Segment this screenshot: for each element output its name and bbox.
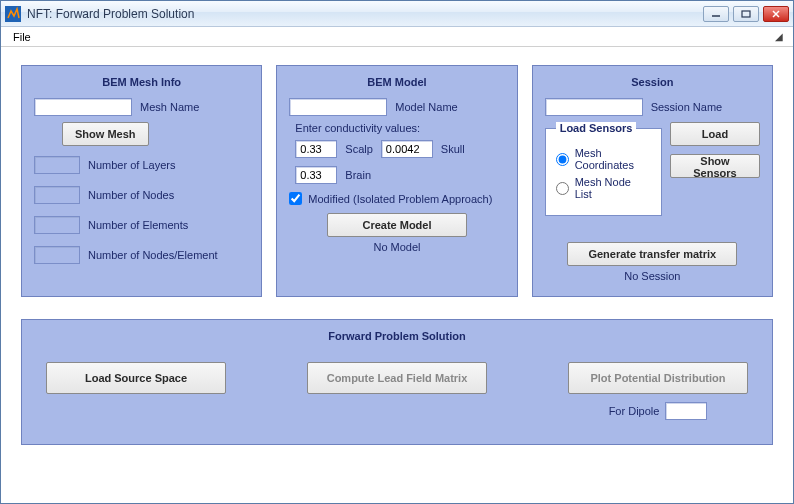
model-panel: BEM Model Model Name Enter conductivity … [276, 65, 517, 297]
matlab-icon [5, 6, 21, 22]
scalp-input[interactable] [295, 140, 337, 158]
load-source-space-button[interactable]: Load Source Space [46, 362, 226, 394]
compute-lfm-button[interactable]: Compute Lead Field Matrix [307, 362, 487, 394]
session-panel: Session Session Name Load Sensors Mesh C… [532, 65, 773, 297]
model-panel-title: BEM Model [289, 74, 504, 98]
num-nodes-field [34, 186, 80, 204]
skull-input[interactable] [381, 140, 433, 158]
enter-cond-label: Enter conductivity values: [295, 122, 504, 134]
mesh-name-input[interactable] [34, 98, 132, 116]
for-dipole-label: For Dipole [609, 405, 660, 417]
load-sensors-fieldset: Load Sensors Mesh Coordinates Mesh Node … [545, 122, 662, 216]
menu-chevron-icon[interactable]: ◢ [775, 31, 787, 42]
close-button[interactable] [763, 6, 789, 22]
generate-transfer-button[interactable]: Generate transfer matrix [567, 242, 737, 266]
load-button[interactable]: Load [670, 122, 760, 146]
menu-file[interactable]: File [7, 29, 37, 45]
mesh-panel-title: BEM Mesh Info [34, 74, 249, 98]
modified-label[interactable]: Modified (Isolated Problem Approach) [308, 193, 492, 205]
forward-panel-title: Forward Problem Solution [46, 328, 748, 352]
top-row: BEM Mesh Info Mesh Name Show Mesh Number… [21, 65, 773, 297]
model-name-label: Model Name [395, 101, 457, 113]
skull-label: Skull [441, 143, 465, 155]
menubar: File ◢ [1, 27, 793, 47]
session-name-label: Session Name [651, 101, 723, 113]
num-layers-label: Number of Layers [88, 159, 175, 171]
num-nodes-per-elem-label: Number of Nodes/Element [88, 249, 218, 261]
mesh-info-panel: BEM Mesh Info Mesh Name Show Mesh Number… [21, 65, 262, 297]
create-model-button[interactable]: Create Model [327, 213, 467, 237]
window-title: NFT: Forward Problem Solution [27, 7, 194, 21]
for-dipole-input[interactable] [665, 402, 707, 420]
show-mesh-button[interactable]: Show Mesh [62, 122, 149, 146]
scalp-label: Scalp [345, 143, 373, 155]
radio-mesh-coords[interactable] [556, 153, 569, 166]
app-window: NFT: Forward Problem Solution File ◢ BEM… [0, 0, 794, 504]
session-status: No Session [545, 270, 760, 282]
radio-node-list-label[interactable]: Mesh Node List [575, 176, 651, 200]
forward-panel: Forward Problem Solution Load Source Spa… [21, 319, 773, 445]
plot-potential-button[interactable]: Plot Potential Distribution [568, 362, 748, 394]
num-layers-field [34, 156, 80, 174]
maximize-button[interactable] [733, 6, 759, 22]
minimize-button[interactable] [703, 6, 729, 22]
brain-input[interactable] [295, 166, 337, 184]
show-sensors-button[interactable]: Show Sensors [670, 154, 760, 178]
num-nodes-per-elem-field [34, 246, 80, 264]
num-elements-field [34, 216, 80, 234]
content-area: BEM Mesh Info Mesh Name Show Mesh Number… [1, 47, 793, 503]
model-status: No Model [289, 241, 504, 253]
num-elements-label: Number of Elements [88, 219, 188, 231]
session-panel-title: Session [545, 74, 760, 98]
radio-node-list[interactable] [556, 182, 569, 195]
model-name-input[interactable] [289, 98, 387, 116]
svg-rect-2 [742, 11, 750, 17]
num-nodes-label: Number of Nodes [88, 189, 174, 201]
mesh-name-label: Mesh Name [140, 101, 199, 113]
brain-label: Brain [345, 169, 371, 181]
modified-checkbox[interactable] [289, 192, 302, 205]
radio-mesh-coords-label[interactable]: Mesh Coordinates [575, 147, 651, 171]
load-sensors-legend: Load Sensors [556, 122, 637, 134]
titlebar: NFT: Forward Problem Solution [1, 1, 793, 27]
session-name-input[interactable] [545, 98, 643, 116]
